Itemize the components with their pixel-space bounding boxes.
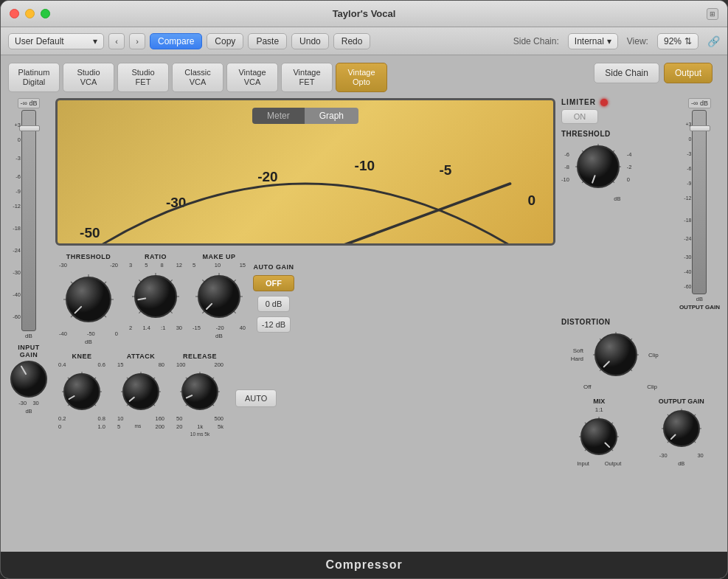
vu-arc-area: -50 -30 -20 -10 -5 0	[58, 128, 553, 246]
type-vintage-vca[interactable]: VintageVCA	[226, 63, 278, 92]
mix-labels: Input Output	[577, 460, 621, 467]
mix-ratio: 1:1	[595, 406, 603, 413]
copy-button[interactable]: Copy	[207, 33, 243, 49]
release-scale-bottom: 50500	[176, 415, 223, 422]
side-chain-dropdown[interactable]: Internal ▾	[568, 33, 618, 49]
meter-tab[interactable]: Meter	[252, 108, 305, 124]
side-chain-label: Side Chain:	[513, 36, 559, 46]
input-gain-fader-handle[interactable]	[19, 125, 40, 131]
output-gain-fader-track[interactable]: +3 0 -3 -6 -9 -12 -18 -24 -30 -40 -60	[692, 110, 707, 294]
preset-dropdown[interactable]: User Default ▾	[8, 33, 104, 49]
close-button[interactable]	[10, 9, 19, 18]
compare-button[interactable]: Compare	[150, 33, 202, 49]
svg-point-44	[64, 374, 100, 409]
threshold-right-knob[interactable]	[572, 141, 624, 193]
ratio-knob[interactable]	[129, 270, 182, 323]
toolbar-right: Side Chain: Internal ▾ View: 92% ⇅ 🔗	[513, 33, 720, 49]
svg-text:-5: -5	[439, 163, 451, 178]
input-gain-range: -30 30	[18, 400, 39, 406]
type-studio-fet[interactable]: StudioFET	[117, 63, 169, 92]
window-title: Taylor's Vocal	[333, 8, 396, 19]
svg-point-80	[595, 334, 637, 375]
release-unit: 10 ms 5k	[190, 431, 209, 437]
input-gain-knob[interactable]	[10, 360, 48, 398]
meter-tabs: Meter Graph	[58, 100, 553, 128]
auto-button[interactable]: AUTO	[235, 389, 277, 407]
type-studio-vca[interactable]: StudioVCA	[63, 63, 114, 92]
distortion-knob[interactable]	[586, 329, 645, 381]
threshold-right-row: -6-8-10	[561, 141, 673, 193]
type-platinum-digital[interactable]: PlatinumDigital	[8, 63, 60, 92]
compressor-type-buttons: PlatinumDigital StudioVCA StudioFET Clas…	[8, 63, 387, 92]
distortion-row: Soft Hard	[561, 329, 659, 381]
attack-control: ATTACK 1580	[117, 353, 164, 430]
minimize-button[interactable]	[25, 9, 35, 18]
output-gain-fader-handle[interactable]	[690, 125, 710, 131]
output-gain-knob[interactable]	[659, 406, 704, 451]
distortion-clip: Clip	[647, 384, 657, 390]
bottom-label-bar: Compressor	[1, 552, 727, 578]
graph-tab[interactable]: Graph	[305, 108, 358, 124]
ratio-scale-top: 35812	[129, 262, 182, 268]
input-gain-db-unit: dB	[25, 333, 32, 339]
input-gain-unit: dB	[25, 408, 32, 415]
redo-button[interactable]: Redo	[333, 33, 371, 49]
type-vintage-fet[interactable]: VintageFET	[281, 63, 333, 92]
expand-button[interactable]: ⊞	[707, 8, 718, 20]
makeup-unit: dB	[215, 333, 223, 339]
mix-knob[interactable]	[577, 415, 621, 459]
view-label: View:	[627, 36, 648, 46]
undo-button[interactable]: Undo	[291, 33, 329, 49]
side-chain-button[interactable]: Side Chain	[594, 63, 659, 83]
auto-gain-off-button[interactable]: OFF	[253, 275, 294, 291]
threshold-label: THRESHOLD	[66, 253, 111, 260]
bottom-label: Compressor	[325, 558, 402, 572]
threshold-unit: dB	[85, 339, 92, 345]
output-button[interactable]: Output	[664, 63, 713, 83]
limiter-header: LIMITER	[561, 98, 673, 106]
knee-knob[interactable]	[60, 370, 104, 414]
nav-forward-button[interactable]: ›	[129, 33, 145, 49]
knee-control: KNEE 0.40.6	[58, 353, 105, 430]
type-classic-vca[interactable]: ClassicVCA	[172, 63, 223, 92]
knee-scale-top: 0.40.6	[58, 361, 105, 368]
main-window: Taylor's Vocal ⊞ User Default ▾ ‹ › Comp…	[0, 0, 728, 579]
makeup-control: MAKE UP 51015	[190, 253, 249, 339]
mix-title: MIX	[593, 398, 605, 405]
traffic-lights	[10, 9, 50, 18]
link-icon[interactable]: 🔗	[707, 35, 720, 47]
distortion-clip-label: Clip	[648, 352, 659, 358]
attack-scale-top: 1580	[117, 361, 164, 368]
threshold-right-scale: -4-20	[627, 151, 632, 183]
attack-knob[interactable]	[119, 370, 163, 414]
input-gain-fader-track[interactable]: +3 0 -3 -6 -9 -12 -18 -24 -30 -40 -60	[21, 110, 36, 331]
threshold-knob[interactable]	[59, 270, 118, 329]
nav-back-button[interactable]: ‹	[108, 33, 125, 49]
svg-point-89	[581, 419, 617, 454]
middle-section: -∞ dB +3 0 -3 -6 -9 -12 -18 -24 -30 -40 …	[8, 98, 720, 544]
paste-button[interactable]: Paste	[248, 33, 287, 49]
knee-scale-bottom: 0.20.8	[58, 415, 105, 422]
distortion-section: DISTORTION Soft Hard	[561, 315, 720, 393]
makeup-knob[interactable]	[193, 270, 246, 323]
auto-gain-0db-button[interactable]: 0 dB	[257, 296, 291, 312]
type-vintage-opto[interactable]: VintageOpto	[336, 63, 387, 92]
maximize-button[interactable]	[41, 9, 50, 18]
svg-text:-20: -20	[257, 169, 277, 184]
auto-gain-label: AUTO GAIN	[254, 263, 294, 271]
second-controls-row: KNEE 0.40.6	[55, 353, 555, 437]
svg-text:-50: -50	[80, 225, 100, 240]
title-bar-right: ⊞	[707, 8, 718, 20]
vu-meter-display: Meter Graph -50 -30 -20 -10 -5 0	[55, 98, 555, 246]
output-gain-knob-label: OUTPUT GAIN	[659, 398, 704, 405]
limiter-on-button[interactable]: ON	[561, 109, 598, 124]
view-dropdown[interactable]: 92% ⇅	[657, 33, 698, 49]
ratio-label: RATIO	[145, 253, 167, 260]
knee-label: KNEE	[72, 353, 91, 360]
distortion-labels: Soft Hard	[561, 347, 583, 362]
threshold-control: THRESHOLD -30-20	[55, 253, 122, 345]
output-gain-knob-range: -3030	[659, 452, 704, 459]
attack-range: 5ms200	[117, 423, 164, 430]
auto-gain-12db-button[interactable]: -12 dB	[257, 316, 291, 333]
release-knob[interactable]	[178, 370, 222, 414]
